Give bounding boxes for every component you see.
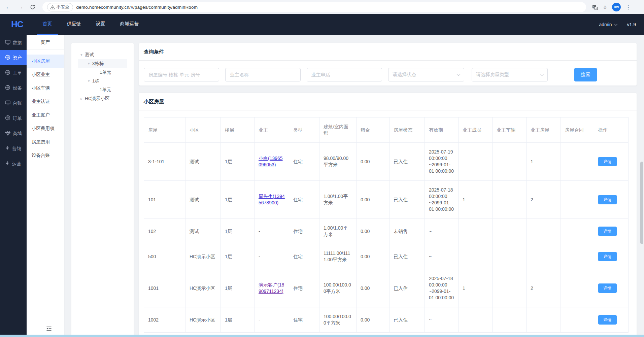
table-row: 3-1-101测试1层小白(13965096053)住宅98.00/90.00平… — [144, 143, 629, 181]
sidebar-item[interactable]: 工单 — [0, 65, 27, 80]
cell-owner: - — [255, 244, 289, 269]
room-type-select[interactable]: 请选择房屋类型 — [472, 68, 548, 81]
sidebar-item-label: 数据 — [13, 40, 22, 46]
reload-icon[interactable] — [28, 2, 38, 12]
cell-houses — [527, 244, 561, 269]
sidebar-item-label: 台账 — [13, 100, 22, 106]
submenu-item[interactable]: 业主认证 — [27, 95, 64, 108]
detail-button[interactable]: 详情 — [598, 283, 617, 293]
lightning-icon — [5, 145, 10, 152]
column-header: 业主车辆 — [493, 117, 527, 143]
topnav-item[interactable]: 设置 — [90, 14, 111, 35]
detail-button[interactable]: 详情 — [598, 195, 617, 204]
user-menu[interactable]: admin — [599, 22, 612, 27]
security-chip[interactable]: 不安全 — [47, 3, 73, 11]
cell-floor: 1层 — [221, 219, 255, 244]
cell-type: 住宅 — [289, 307, 319, 333]
cell-vehicles — [493, 269, 527, 307]
status-select[interactable]: 请选择状态 — [388, 68, 464, 81]
submenu-item[interactable]: 设备台账 — [27, 149, 64, 162]
rooms-table-wrap: 房屋小区楼层业主类型建筑/室内面积租金房屋状态有效期业主成员业主车辆业主房屋房屋… — [139, 110, 637, 333]
sidebar-item[interactable]: 台账 — [0, 96, 27, 111]
room-number-input[interactable] — [144, 68, 219, 81]
cell-action: 详情 — [594, 219, 629, 244]
sidebar-item-label: 订单 — [13, 115, 22, 122]
cell-vehicles — [493, 219, 527, 244]
back-arrow-icon[interactable]: ← — [3, 2, 13, 12]
column-header: 业主房屋 — [527, 117, 561, 143]
caret-icon: ▸ — [87, 60, 91, 67]
sidebar-item[interactable]: 资产 — [0, 50, 27, 65]
column-header: 有效期 — [425, 117, 459, 143]
detail-button[interactable]: 详情 — [598, 315, 617, 325]
owner-phone-input[interactable] — [307, 68, 382, 81]
detail-button[interactable]: 详情 — [598, 252, 617, 261]
cell-floor: 1层 — [221, 269, 255, 307]
topnav-item[interactable]: 首页 — [37, 14, 58, 35]
cell-vehicles — [493, 181, 527, 219]
submenu-item[interactable]: 小区业主 — [27, 68, 64, 81]
tree-node[interactable]: ▸1栋 — [78, 77, 127, 86]
tree-node[interactable]: ▸1单元 — [78, 86, 127, 94]
app-logo[interactable]: HC — [11, 19, 23, 30]
topnav-item[interactable]: 商城运营 — [114, 14, 145, 35]
submenu-item[interactable]: 业主账户 — [27, 108, 64, 122]
owner-link[interactable]: 演示客户(18909711234) — [259, 282, 284, 294]
cell-houses — [527, 307, 561, 333]
cell-owner: - — [255, 307, 289, 333]
owner-name-input[interactable] — [225, 68, 301, 81]
menu-fold-icon[interactable] — [46, 326, 52, 332]
detail-button[interactable]: 详情 — [598, 157, 617, 166]
chrome-actions: G ☆ XW ⋮ — [592, 3, 633, 11]
sidebar-item[interactable]: 营销 — [0, 141, 27, 156]
cell-type: 住宅 — [289, 244, 319, 269]
cell-contract — [561, 143, 594, 181]
translate-icon[interactable]: G — [592, 4, 598, 10]
primary-sidebar: 数据资产工单设备台账订单商城营销运营 — [0, 35, 27, 337]
caret-icon: ▸ — [87, 78, 91, 85]
cell-area: 1.00/1.00平方米 — [319, 181, 357, 219]
lightning-icon — [5, 161, 10, 167]
submenu-item[interactable]: 小区房屋 — [27, 55, 64, 68]
cell-owner: 小白(13965096053) — [255, 143, 289, 181]
sidebar-item[interactable]: 订单 — [0, 111, 27, 126]
cell-owner: - — [255, 219, 289, 244]
caret-icon: ▸ — [79, 52, 84, 58]
cell-community: HC演示小区 — [185, 244, 221, 269]
scrollbar-thumb[interactable] — [640, 162, 643, 244]
tree-node[interactable]: ▸测试 — [78, 50, 127, 59]
browser-chrome: ← → 不安全 demo.homecommunity.cn/#/pages/co… — [0, 0, 644, 14]
tree-node-label: 1栋 — [92, 78, 99, 84]
topnav-item[interactable]: 供应链 — [61, 14, 87, 35]
sidebar-item[interactable]: 数据 — [0, 35, 27, 50]
submenu-item[interactable]: 房屋费用 — [27, 135, 64, 149]
cell-rent: 0.00 — [357, 307, 389, 333]
sidebar-item[interactable]: 运营 — [0, 156, 27, 171]
url-bar[interactable]: 不安全 demo.homecommunity.cn/#/pages/commun… — [42, 2, 586, 12]
top-navbar: HC 首页供应链设置商城运营 admin v1.9 — [0, 14, 644, 35]
submenu-item[interactable]: 小区车辆 — [27, 81, 64, 95]
submenu-item[interactable]: 小区费用项 — [27, 122, 64, 135]
forward-arrow-icon[interactable]: → — [15, 2, 26, 12]
sidebar-item[interactable]: 商城 — [0, 126, 27, 141]
content-area: ▸测试▸3栋栋▸1单元▸1栋▸1单元▸HC演示小区 查询条件 请选择状态 — [64, 35, 644, 337]
search-button[interactable]: 搜索 — [574, 68, 597, 81]
tree-node-label: 3栋栋 — [92, 61, 104, 67]
avatar[interactable]: XW — [612, 3, 621, 11]
owner-link[interactable]: 小白(13965096053) — [259, 156, 283, 167]
cell-validity: 2025-07-19 00:00:00 ~2099-01-01 00:00:00 — [425, 143, 459, 181]
rooms-card: 小区房屋 房屋小区楼层业主类型建筑/室内面积租金房屋状态有效期业主成员业主车辆业… — [139, 93, 637, 337]
tree-node[interactable]: ▸1单元 — [78, 68, 127, 77]
tree-node[interactable]: ▸HC演示小区 — [78, 94, 127, 103]
tree-node[interactable]: ▸3栋栋 — [78, 59, 127, 68]
tree-node-label: 测试 — [85, 52, 94, 58]
sidebar-item-label: 营销 — [12, 146, 21, 152]
menu-dots-icon[interactable]: ⋮ — [625, 4, 631, 10]
table-header-row: 房屋小区楼层业主类型建筑/室内面积租金房屋状态有效期业主成员业主车辆业主房屋房屋… — [144, 117, 629, 143]
bookmark-star-icon[interactable]: ☆ — [603, 4, 607, 10]
topnav-right: admin v1.9 — [599, 22, 644, 27]
sidebar-item[interactable]: 设备 — [0, 80, 27, 96]
security-label: 不安全 — [57, 4, 69, 10]
detail-button[interactable]: 详情 — [598, 227, 617, 236]
owner-link[interactable]: 周先生(13945678900) — [259, 194, 285, 205]
